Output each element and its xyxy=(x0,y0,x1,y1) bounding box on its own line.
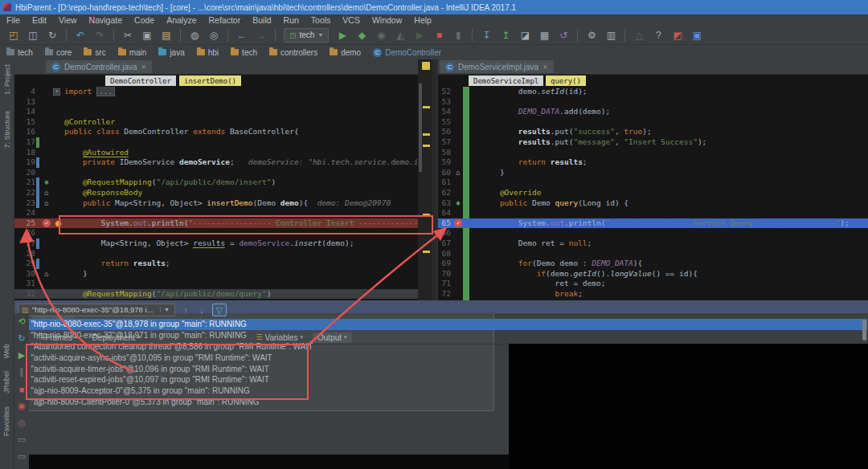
menu-item-tools[interactable]: Tools xyxy=(311,15,331,25)
fold-slot[interactable] xyxy=(53,97,64,108)
back-icon[interactable]: ← xyxy=(233,28,251,43)
restore-layout-icon[interactable]: ▭ xyxy=(15,431,28,448)
cut-icon[interactable]: ✂ xyxy=(119,28,137,43)
line-number[interactable]: 57 xyxy=(438,137,452,148)
line-number[interactable]: 53 xyxy=(438,97,452,108)
save-all-icon[interactable]: ◫ xyxy=(24,28,42,43)
gutter-slot[interactable] xyxy=(40,87,53,97)
mute-breakpoints-icon[interactable]: ◎ xyxy=(15,414,28,431)
gutter-slot[interactable] xyxy=(452,157,464,168)
menu-item-build[interactable]: Build xyxy=(252,15,271,25)
gutter-slot[interactable] xyxy=(40,259,53,269)
shelve-icon[interactable]: ◪ xyxy=(516,28,534,43)
gutter-slot[interactable] xyxy=(452,249,464,259)
gutter-slot[interactable] xyxy=(40,239,53,249)
line-number[interactable]: 72 xyxy=(438,289,452,300)
line-number[interactable]: 70 xyxy=(438,269,452,279)
breadcrumb-item-demo[interactable]: demo xyxy=(330,48,361,57)
line-number[interactable]: 58 xyxy=(438,148,452,158)
gutter-slot[interactable]: ⌂ xyxy=(40,188,53,198)
run-icon[interactable]: ▶ xyxy=(334,28,351,43)
fold-slot[interactable] xyxy=(53,239,64,249)
line-number[interactable]: 54 xyxy=(438,107,452,117)
gutter-slot[interactable] xyxy=(452,148,464,158)
line-number[interactable]: 15 xyxy=(14,117,40,128)
filter-frames-icon[interactable]: ▽ xyxy=(212,304,227,316)
gutter-slot[interactable] xyxy=(40,127,53,137)
gutter-slot[interactable] xyxy=(452,228,464,239)
stripe-item-web[interactable]: Web xyxy=(2,344,10,358)
menu-item-file[interactable]: File xyxy=(6,15,20,25)
gutter-slot[interactable] xyxy=(452,289,464,300)
stop-disabled-icon[interactable]: ▮ xyxy=(449,28,467,43)
synchronize-icon[interactable]: ↻ xyxy=(43,28,61,43)
fold-slot[interactable] xyxy=(53,249,64,259)
menu-item-window[interactable]: Window xyxy=(372,15,402,25)
menu-item-edit[interactable]: Edit xyxy=(32,15,47,25)
gutter-slot[interactable]: ⌂ xyxy=(452,168,464,178)
gutter-slot[interactable] xyxy=(40,157,53,168)
line-number[interactable]: 31 xyxy=(14,279,40,289)
gutter-slot[interactable] xyxy=(40,137,53,148)
find-icon[interactable]: ◍ xyxy=(186,28,203,43)
pill-class[interactable]: DemoServiceImpl xyxy=(468,75,544,87)
fold-slot[interactable] xyxy=(53,168,64,178)
fold-slot[interactable] xyxy=(53,148,64,158)
redo-icon[interactable]: ↷ xyxy=(91,28,108,43)
gutter-slot[interactable] xyxy=(452,188,464,198)
menu-item-help[interactable]: Help xyxy=(414,15,432,25)
next-frame-icon[interactable]: ↓ xyxy=(196,305,207,315)
gutter-slot[interactable] xyxy=(452,117,464,128)
menu-item-view[interactable]: View xyxy=(59,15,77,25)
project-structure-icon[interactable]: ▥ xyxy=(602,28,620,43)
breakpoint-icon[interactable]: ✓ xyxy=(43,219,51,227)
debug-icon[interactable]: ◆ xyxy=(353,28,371,43)
line-number[interactable]: 20 xyxy=(14,168,40,178)
gutter-slot[interactable]: ◉ xyxy=(40,177,53,188)
breadcrumb-item-main[interactable]: main xyxy=(118,48,147,57)
line-number[interactable]: 16 xyxy=(14,127,40,137)
gutter-slot[interactable] xyxy=(452,269,464,279)
line-number[interactable]: 68 xyxy=(438,249,452,259)
gutter-slot[interactable] xyxy=(40,97,53,108)
fold-slot[interactable] xyxy=(53,259,64,269)
line-number[interactable]: 4 xyxy=(14,87,40,97)
gutter-slot[interactable]: ⌂ xyxy=(40,198,53,209)
resume-icon[interactable]: ▶ xyxy=(15,347,28,364)
paste-icon[interactable]: ▤ xyxy=(158,28,175,43)
fold-slot[interactable] xyxy=(53,269,64,279)
fold-slot[interactable]: + xyxy=(53,87,64,97)
update-application-icon[interactable]: ↻ xyxy=(15,330,28,347)
idea-icon[interactable]: ▣ xyxy=(688,28,706,43)
changes-icon[interactable]: ▦ xyxy=(535,28,553,43)
run-disabled-icon[interactable]: ▶ xyxy=(411,28,428,43)
line-number[interactable]: 64 xyxy=(438,208,452,218)
thread-scrollbar[interactable] xyxy=(862,320,866,341)
pill-method[interactable]: query() xyxy=(545,75,587,87)
pill-method[interactable]: insertDemo() xyxy=(178,75,242,87)
scrollbar-thumb[interactable] xyxy=(419,84,422,172)
breadcrumb-item-controllers[interactable]: controllers xyxy=(269,48,317,57)
stop-icon[interactable]: ■ xyxy=(430,28,448,43)
tab-demo-controller[interactable]: C DemoController.java ✕ xyxy=(46,60,152,73)
fold-slot[interactable] xyxy=(53,188,64,198)
fold-slot[interactable] xyxy=(53,177,64,188)
thread-row[interactable]: ▥"http-nio-8080-exec-32"@18,971 in group… xyxy=(15,330,867,341)
undo-icon[interactable]: ↶ xyxy=(72,28,89,43)
editor-pane-demo-service-impl[interactable]: C DemoServiceImpl.java ✕ DemoServiceImpl… xyxy=(437,59,868,300)
breadcrumb-item-src[interactable]: src xyxy=(84,48,105,57)
line-number[interactable]: 56 xyxy=(438,127,452,137)
settings-icon[interactable]: ⚙ xyxy=(583,28,600,43)
forward-icon[interactable]: → xyxy=(252,28,270,43)
close-icon[interactable]: ✕ xyxy=(542,63,548,71)
fold-slot[interactable] xyxy=(53,289,64,300)
fold-slot[interactable] xyxy=(53,228,64,239)
fold-slot[interactable] xyxy=(53,127,64,137)
menu-item-run[interactable]: Run xyxy=(284,15,299,25)
pill-class[interactable]: DemoController xyxy=(104,75,177,87)
fold-slot[interactable] xyxy=(53,208,64,218)
fold-slot[interactable] xyxy=(53,117,64,128)
fold-slot[interactable] xyxy=(53,218,64,229)
breadcrumb-item-tech[interactable]: tech xyxy=(231,48,257,57)
line-number[interactable]: 69 xyxy=(438,259,452,269)
